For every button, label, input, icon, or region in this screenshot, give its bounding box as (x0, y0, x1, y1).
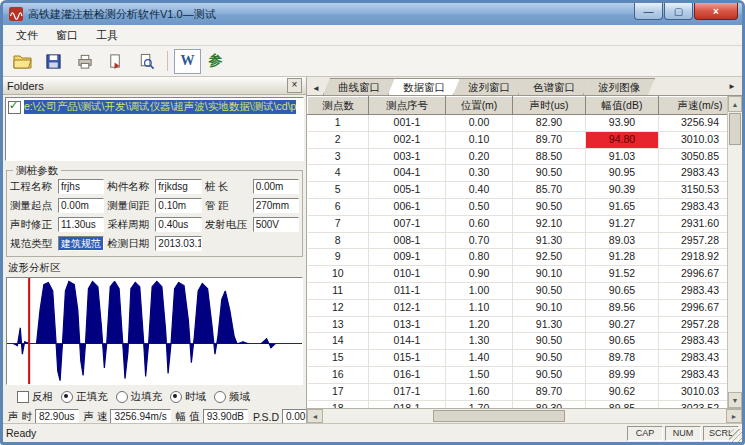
table-cell[interactable]: 91.52 (586, 266, 659, 283)
table-cell[interactable]: 88.50 (513, 148, 586, 165)
parameter-button[interactable]: 参 (203, 50, 228, 73)
table-cell[interactable]: 94.80 (586, 131, 659, 148)
table-row[interactable]: 1001-10.0082.9093.903256.940.00 (308, 115, 728, 132)
tab-5[interactable]: 波列图像 (583, 78, 655, 95)
table-cell[interactable]: 007-1 (369, 215, 446, 232)
horizontal-scrollbar[interactable]: ◄ ► (307, 408, 742, 423)
table-cell[interactable]: 92.50 (513, 249, 586, 266)
table-cell[interactable]: 1.70 (446, 400, 513, 408)
table-cell[interactable]: 3256.94 (659, 115, 728, 132)
table-cell[interactable]: 1.50 (446, 366, 513, 383)
table-cell[interactable]: 14 (308, 333, 369, 350)
table-cell[interactable]: 4 (308, 165, 369, 182)
table-cell[interactable]: 2983.43 (659, 333, 728, 350)
readout-value-field[interactable]: 3256.94m/s (110, 409, 170, 423)
table-cell[interactable]: 017-1 (369, 383, 446, 400)
column-header[interactable]: 测点序号 (369, 97, 446, 115)
column-header[interactable]: 幅值(dB) (586, 97, 659, 115)
table-cell[interactable]: 0.90 (446, 266, 513, 283)
table-cell[interactable]: 002-1 (369, 131, 446, 148)
table-cell[interactable]: 006-1 (369, 198, 446, 215)
param-value-field[interactable]: 建筑规范 (58, 236, 104, 251)
table-row[interactable]: 18018-11.7089.3089.853023.521.60 (308, 400, 728, 408)
freq-domain-radio[interactable] (214, 391, 226, 403)
table-cell[interactable]: 0.80 (446, 249, 513, 266)
tab-3[interactable]: 波列窗口 (453, 78, 525, 95)
table-row[interactable]: 3003-10.2088.5091.033050.8514.4 (308, 148, 728, 165)
table-row[interactable]: 7007-10.6092.1091.272931.6025.6 (308, 215, 728, 232)
table-cell[interactable]: 91.28 (586, 249, 659, 266)
table-row[interactable]: 14014-11.3090.5090.652983.436.40 (308, 333, 728, 350)
table-cell[interactable]: 90.50 (513, 366, 586, 383)
vertical-scroll-thumb[interactable] (729, 113, 741, 145)
table-cell[interactable]: 009-1 (369, 249, 446, 266)
table-cell[interactable]: 001-1 (369, 115, 446, 132)
tab-1[interactable]: 曲线窗口 (323, 78, 395, 95)
table-cell[interactable]: 7 (308, 215, 369, 232)
table-cell[interactable]: 2957.28 (659, 232, 728, 249)
fill-solid-radio[interactable] (61, 391, 73, 403)
readout-value-field[interactable]: 0.00us^2/m (282, 409, 307, 423)
table-cell[interactable]: 3023.52 (659, 400, 728, 408)
table-cell[interactable]: 0.30 (446, 165, 513, 182)
menu-item-file[interactable]: 文件 (7, 26, 47, 45)
table-cell[interactable]: 003-1 (369, 148, 446, 165)
table-cell[interactable]: 18 (308, 400, 369, 408)
scroll-right-icon[interactable]: ► (726, 409, 742, 423)
column-header[interactable]: 测点数 (308, 97, 369, 115)
param-value-field[interactable]: 0.00m (253, 179, 299, 194)
table-cell[interactable]: 013-1 (369, 316, 446, 333)
table-cell[interactable]: 90.65 (586, 282, 659, 299)
param-value-field[interactable]: 0.00m (58, 198, 104, 213)
table-cell[interactable]: 2983.43 (659, 282, 728, 299)
table-cell[interactable]: 8 (308, 232, 369, 249)
param-value-field[interactable]: 500V (253, 217, 299, 232)
table-row[interactable]: 5005-10.4085.7090.393150.53230.4 (308, 182, 728, 199)
readout-value-field[interactable]: 82.90us (35, 409, 79, 423)
table-cell[interactable]: 13 (308, 316, 369, 333)
tree-item-checkbox[interactable] (8, 101, 21, 114)
table-cell[interactable]: 91.30 (513, 232, 586, 249)
table-cell[interactable]: 005-1 (369, 182, 446, 199)
table-cell[interactable]: 018-1 (369, 400, 446, 408)
menu-item-window[interactable]: 窗口 (47, 26, 87, 45)
horizontal-scroll-track[interactable] (323, 409, 726, 423)
tree-item[interactable]: e:\公司产品\测试\开发\调试仪器\超声波\实地数据\测试\cd\p003\p… (6, 98, 303, 116)
table-cell[interactable]: 2983.43 (659, 350, 728, 367)
table-row[interactable]: 9009-10.8092.5091.282918.9214.4 (308, 249, 728, 266)
table-cell[interactable]: 1.30 (446, 333, 513, 350)
table-cell[interactable]: 91.30 (513, 316, 586, 333)
table-cell[interactable]: 93.90 (586, 115, 659, 132)
table-cell[interactable]: 1 (308, 115, 369, 132)
table-cell[interactable]: 2983.43 (659, 165, 728, 182)
table-cell[interactable]: 1.10 (446, 299, 513, 316)
table-cell[interactable]: 2931.60 (659, 215, 728, 232)
table-cell[interactable]: 92.10 (513, 215, 586, 232)
table-row[interactable]: 15015-11.4090.5089.782983.430.00 (308, 350, 728, 367)
param-value-field[interactable]: 0.10m (155, 198, 201, 213)
table-row[interactable]: 10010-10.9090.1091.522996.6757.6 (308, 266, 728, 283)
table-cell[interactable]: 015-1 (369, 350, 446, 367)
table-cell[interactable]: 0.10 (446, 131, 513, 148)
table-cell[interactable]: 15 (308, 350, 369, 367)
table-row[interactable]: 6006-10.5090.5091.652983.43230.4 (308, 198, 728, 215)
table-cell[interactable]: 2983.43 (659, 198, 728, 215)
minimize-button[interactable]: — (634, 3, 663, 20)
table-cell[interactable]: 1.00 (446, 282, 513, 299)
table-cell[interactable]: 89.70 (513, 383, 586, 400)
table-cell[interactable]: 82.90 (513, 115, 586, 132)
column-header[interactable]: 位置(m) (446, 97, 513, 115)
table-row[interactable]: 17017-11.6089.7090.623010.036.40 (308, 383, 728, 400)
table-cell[interactable]: 90.50 (513, 350, 586, 367)
table-cell[interactable]: 3010.03 (659, 383, 728, 400)
param-value-field[interactable]: frjkdsg (155, 179, 201, 194)
table-cell[interactable]: 9 (308, 249, 369, 266)
table-cell[interactable]: 2918.92 (659, 249, 728, 266)
waveform-canvas[interactable] (6, 277, 303, 385)
fill-edge-radio[interactable] (116, 391, 128, 403)
time-domain-radio[interactable] (170, 391, 182, 403)
readout-value-field[interactable]: 93.90dB (203, 409, 248, 423)
table-cell[interactable]: 89.70 (513, 131, 586, 148)
column-header[interactable]: 声时(us) (513, 97, 586, 115)
table-cell[interactable]: 010-1 (369, 266, 446, 283)
